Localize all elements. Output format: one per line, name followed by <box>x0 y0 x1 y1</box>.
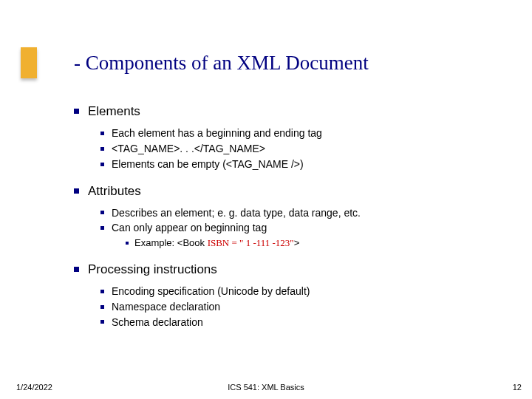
list-item: Encoding specification (Unicode by defau… <box>100 284 502 299</box>
item-text: Can only appear on beginning tag <box>112 222 267 233</box>
bullet-icon <box>74 267 79 272</box>
bullet-icon <box>100 305 104 309</box>
item-text: Describes an element; e. g. data type, d… <box>112 207 361 219</box>
bullet-icon <box>100 132 104 135</box>
list-item: Describes an element; e. g. data type, d… <box>100 206 502 220</box>
item-text: Namespace declaration <box>112 301 220 313</box>
slide-title: - Components of an XML Document <box>74 52 369 75</box>
subitem-highlight: ISBN = " 1 -111 -123" <box>208 237 294 248</box>
item-text: <TAG_NAME>. . .</TAG_NAME> <box>112 143 265 154</box>
footer-course: ICS 541: XML Basics <box>0 383 532 392</box>
bullet-icon <box>126 242 129 245</box>
bullet-icon <box>100 147 104 151</box>
bullet-icon <box>74 188 79 194</box>
heading-text: Processing instructions <box>88 262 217 276</box>
item-text: Each element has a beginning and ending … <box>112 127 322 139</box>
list-item: Each element has a beginning and ending … <box>100 126 502 140</box>
bullet-icon <box>100 320 104 324</box>
list-subitem: Example: <Book ISBN = " 1 -111 -123"> <box>126 236 502 250</box>
list-item: Schema declaration <box>100 316 502 330</box>
item-text: Elements can be empty (<TAG_NAME />) <box>112 158 304 170</box>
bullet-icon <box>74 109 79 114</box>
slide: - Components of an XML Document Elements… <box>0 0 532 399</box>
bullet-icon <box>100 226 104 230</box>
bullet-icon <box>100 163 104 166</box>
subitem-prefix: Example: <Book <box>134 237 208 248</box>
heading-text: Elements <box>88 104 140 118</box>
item-text: Encoding specification (Unicode by defau… <box>112 285 310 297</box>
section-heading-attributes: Attributes <box>74 183 502 200</box>
subitem-suffix: > <box>294 237 300 248</box>
section-heading-processing: Processing instructions <box>74 262 502 279</box>
heading-text: Attributes <box>88 184 141 198</box>
accent-bar <box>21 47 37 78</box>
bullet-icon <box>100 290 104 293</box>
list-item: Namespace declaration <box>100 300 502 314</box>
list-item: Elements can be empty (<TAG_NAME />) <box>100 157 502 171</box>
list-item: <TAG_NAME>. . .</TAG_NAME> <box>100 142 502 156</box>
footer-page-number: 12 <box>513 383 522 392</box>
section-heading-elements: Elements <box>74 103 502 120</box>
item-text: Schema declaration <box>112 316 203 328</box>
bullet-icon <box>100 211 104 214</box>
list-item: Can only appear on beginning tag <box>100 221 502 235</box>
slide-content: Elements Each element has a beginning an… <box>74 103 502 330</box>
